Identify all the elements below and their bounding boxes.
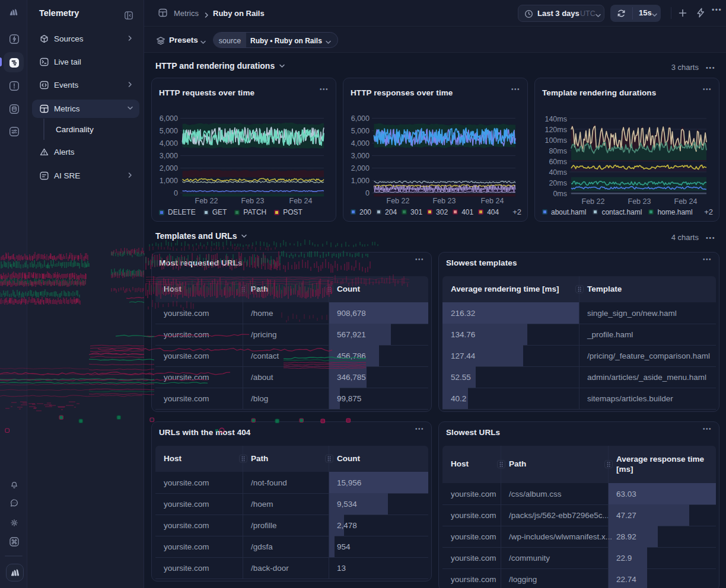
svg-text:40ms: 40ms [549,168,567,177]
svg-text:1,000: 1,000 [160,177,178,185]
svg-text:6,000: 6,000 [351,114,370,123]
svg-text:3,000: 3,000 [160,152,178,160]
svg-text:140ms: 140ms [544,115,567,123]
svg-text:Feb 23: Feb 23 [628,197,651,206]
svg-text:0: 0 [365,189,370,197]
svg-text:6,000: 6,000 [160,114,178,123]
svg-text:Feb 24: Feb 24 [289,197,313,205]
svg-text:0: 0 [174,189,178,197]
svg-text:20ms: 20ms [549,179,567,187]
svg-text:Feb 23: Feb 23 [433,197,456,205]
svg-text:Feb 24: Feb 24 [481,197,504,205]
svg-text:100ms: 100ms [544,136,567,145]
svg-text:Feb 24: Feb 24 [674,197,698,206]
svg-text:80ms: 80ms [549,147,567,155]
svg-text:Feb 22: Feb 22 [582,197,605,206]
svg-text:Feb 22: Feb 22 [195,197,218,205]
svg-text:120ms: 120ms [544,126,567,134]
svg-text:0ms: 0ms [553,190,567,198]
svg-text:60ms: 60ms [549,158,567,166]
svg-text:Feb 22: Feb 22 [387,197,410,205]
svg-text:1,000: 1,000 [351,177,370,185]
svg-text:3,000: 3,000 [351,152,370,160]
svg-text:5,000: 5,000 [160,127,178,135]
svg-text:5,000: 5,000 [351,127,370,135]
svg-text:2,000: 2,000 [160,164,178,172]
svg-text:2,000: 2,000 [351,164,370,172]
svg-text:Feb 23: Feb 23 [241,197,265,205]
svg-text:4,000: 4,000 [160,139,178,148]
svg-text:4,000: 4,000 [351,139,370,148]
